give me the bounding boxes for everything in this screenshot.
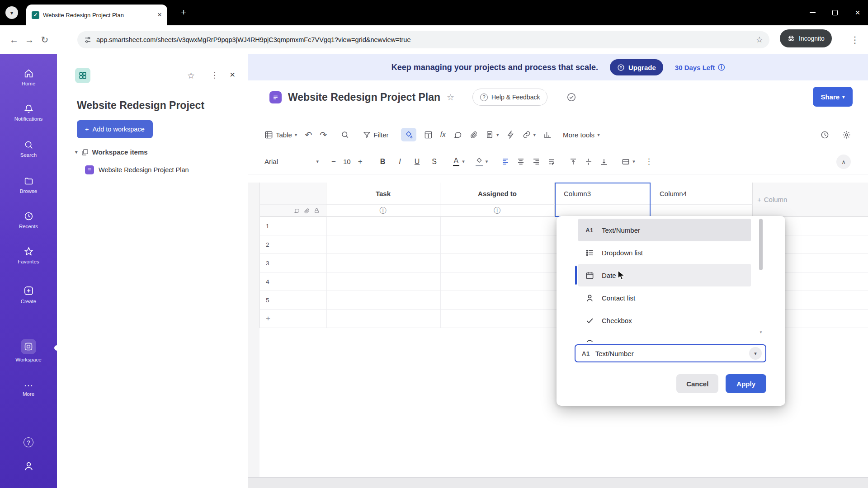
comment-icon[interactable] — [453, 131, 462, 139]
tab-search-button[interactable]: ▾ — [5, 6, 18, 19]
paperclip-icon[interactable] — [304, 208, 310, 214]
collapse-toolbar-button[interactable]: ∧ — [836, 155, 851, 169]
align-left-button[interactable] — [501, 158, 509, 166]
attachment-paperclip-icon[interactable] — [470, 131, 478, 139]
panel-close-icon[interactable]: × — [230, 69, 235, 80]
undo-button[interactable]: ↶ — [305, 130, 312, 140]
window-maximize-button[interactable] — [825, 0, 845, 25]
forward-button[interactable]: → — [22, 35, 37, 45]
fill-color-button[interactable]: ▾ — [476, 157, 488, 166]
favorite-star-icon[interactable]: ☆ — [187, 70, 195, 81]
redo-button[interactable]: ↷ — [320, 130, 327, 140]
help-feedback-button[interactable]: ? Help & Feedback — [472, 89, 547, 106]
comment-bubble-icon[interactable] — [294, 208, 300, 214]
search-sheet-icon[interactable] — [341, 131, 349, 139]
column-header-column4[interactable]: Column4 — [651, 183, 753, 205]
table-format-icon[interactable] — [424, 131, 433, 139]
sidebar-item-search[interactable]: Search — [0, 140, 57, 158]
add-to-workspace-button[interactable]: + Add to workspace — [77, 120, 153, 138]
text-color-button[interactable]: A ▾ — [453, 157, 465, 166]
sidebar-item-browse[interactable]: Browse — [0, 176, 57, 194]
option-contact-list[interactable]: Contact list — [578, 286, 751, 309]
automation-lightning-icon[interactable] — [507, 131, 515, 139]
italic-button[interactable]: I — [395, 158, 405, 166]
assigned-column-info[interactable]: ⓘ — [440, 205, 555, 217]
option-accent-bar — [575, 266, 577, 285]
reload-button[interactable]: ↻ — [37, 34, 52, 45]
sheet-list-item[interactable]: Website Redesign Project Plan — [85, 165, 189, 174]
column-header-column3[interactable]: Column3 — [555, 183, 651, 205]
address-bar[interactable]: app.smartsheet.com/sheets/v3qwxMgRrP9pqp… — [77, 31, 769, 48]
filter-button[interactable]: Filter — [363, 131, 388, 139]
activity-history-icon[interactable] — [821, 131, 829, 139]
task-column-info[interactable]: ⓘ — [326, 205, 440, 217]
share-button[interactable]: Share ▾ — [813, 87, 853, 107]
browser-menu-kebab-icon[interactable]: ⋮ — [847, 34, 863, 45]
cancel-button[interactable]: Cancel — [676, 374, 718, 393]
apply-button[interactable]: Apply — [726, 374, 766, 393]
sidebar-item-label: Browse — [20, 188, 37, 194]
account-button[interactable] — [0, 461, 57, 471]
sidebar-item-workspace[interactable]: Workspace — [0, 339, 57, 362]
sidebar-item-favorites[interactable]: Favorites — [0, 247, 57, 264]
back-button[interactable]: ← — [6, 35, 22, 45]
favorite-sheet-star-icon[interactable]: ☆ — [447, 92, 454, 103]
bookmark-star-icon[interactable]: ☆ — [756, 35, 763, 45]
decrease-font-button[interactable]: − — [331, 157, 336, 166]
align-right-button[interactable] — [532, 158, 540, 166]
underline-button[interactable]: U — [412, 158, 422, 166]
bold-button[interactable]: B — [378, 158, 388, 166]
sidebar-item-more[interactable]: ⋯ More — [0, 382, 57, 397]
window-close-button[interactable]: × — [847, 0, 868, 25]
info-icon[interactable]: ⓘ — [718, 63, 725, 72]
site-settings-icon[interactable] — [84, 36, 92, 44]
new-tab-button[interactable]: + — [181, 7, 186, 18]
sidebar-item-home[interactable]: Home — [0, 69, 57, 86]
view-switcher-table[interactable]: Table ▾ — [264, 131, 297, 139]
sidebar-item-create[interactable]: Create — [0, 286, 57, 304]
popup-scrollbar[interactable] — [759, 219, 763, 337]
window-minimize-button[interactable] — [802, 0, 823, 25]
sidebar-item-notifications[interactable]: Notifications — [0, 104, 57, 122]
valign-middle-button[interactable] — [585, 158, 593, 166]
select-chevron-button[interactable]: ▾ — [749, 347, 762, 360]
formula-fx-button[interactable]: fx — [440, 131, 446, 139]
panel-kebab-icon[interactable]: ⋮ — [211, 70, 218, 80]
add-column-button[interactable]: + Column — [753, 183, 868, 217]
paint-format-button-active[interactable] — [401, 128, 416, 141]
tab-close-icon[interactable]: × — [157, 10, 162, 19]
option-text-number[interactable]: A1 Text/Number — [578, 219, 751, 241]
upgrade-button[interactable]: Upgrade — [610, 59, 663, 75]
column-type-select[interactable]: A1 Text/Number ▾ — [575, 344, 766, 362]
format-overflow-kebab-icon[interactable]: ⋮ — [645, 157, 653, 166]
settings-gear-icon[interactable] — [842, 131, 851, 139]
incognito-badge: Incognito — [780, 29, 832, 47]
valign-top-button[interactable] — [569, 158, 577, 166]
column-header-task[interactable]: Task — [326, 183, 440, 205]
increase-font-button[interactable]: + — [358, 157, 363, 166]
font-family-select[interactable]: Arial ▾ — [264, 158, 319, 165]
scroll-down-arrow-icon[interactable]: ▾ — [759, 330, 763, 334]
column-header-assigned-to[interactable]: Assigned to — [440, 183, 555, 205]
lock-icon[interactable] — [314, 208, 320, 214]
strikethrough-button[interactable]: S — [429, 158, 439, 166]
chevron-down-icon: ▾ — [754, 351, 757, 357]
browser-tab[interactable]: ✓ Website Redesign Project Plan × — [26, 5, 167, 25]
option-dropdown-list[interactable]: Dropdown list — [578, 241, 751, 264]
text-wrap-button[interactable] — [547, 158, 556, 166]
valign-bottom-button[interactable] — [600, 158, 608, 166]
help-button[interactable]: ? — [0, 437, 57, 447]
document-menu-button[interactable]: ▾ — [486, 131, 499, 139]
workspace-items-section[interactable]: ▾ Workspace items — [75, 148, 148, 156]
align-center-button[interactable] — [517, 158, 525, 166]
scrollbar-thumb[interactable] — [759, 219, 763, 270]
sidebar-item-recents[interactable]: Recents — [0, 211, 57, 229]
option-checkbox[interactable]: Checkbox — [578, 309, 751, 332]
sheet-footer-bar — [248, 477, 868, 488]
option-partial[interactable] — [578, 332, 751, 342]
cell-format-button[interactable]: ▾ — [622, 158, 635, 166]
chart-icon[interactable] — [543, 131, 552, 139]
option-date[interactable]: Date — [578, 264, 751, 286]
more-tools-button[interactable]: More tools ▾ — [563, 131, 600, 139]
link-menu-button[interactable]: ▾ — [523, 131, 536, 139]
